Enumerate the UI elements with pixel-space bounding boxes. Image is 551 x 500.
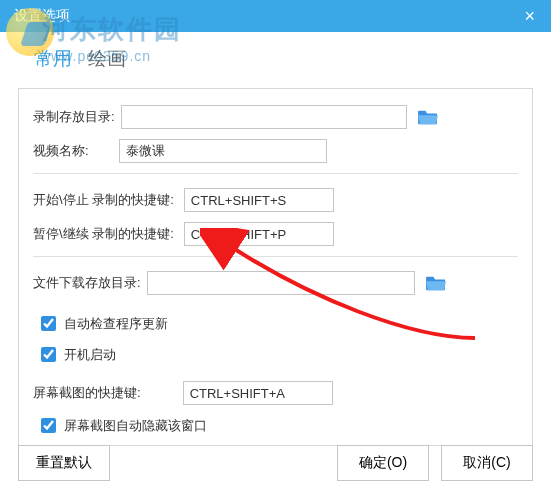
download-dir-input[interactable] [147,271,415,295]
label-hotkey-screenshot: 屏幕截图的快捷键: [33,384,141,402]
row-hotkey-pauseresume: 暂停\继续 录制的快捷键: [33,222,518,246]
row-hotkey-startstop: 开始\停止 录制的快捷键: [33,188,518,212]
row-chk-autoupdate: 自动检查程序更新 [37,313,518,334]
tab-draw[interactable]: 绘画 [88,46,126,78]
row-chk-autostart: 开机启动 [37,344,518,365]
separator [33,256,518,257]
label-video-name: 视频名称: [33,142,89,160]
chk-autostart[interactable] [41,347,56,362]
label-record-dir: 录制存放目录: [33,108,115,126]
window-title: 设置选项 [10,7,70,25]
label-chk-autoupdate: 自动检查程序更新 [64,315,168,333]
hotkey-startstop-input[interactable] [184,188,334,212]
ok-button[interactable]: 确定(O) [337,445,429,481]
cancel-button[interactable]: 取消(C) [441,445,533,481]
label-download-dir: 文件下载存放目录: [33,274,141,292]
close-icon[interactable]: × [518,3,541,29]
hotkey-screenshot-input[interactable] [183,381,333,405]
reset-button[interactable]: 重置默认 [18,445,110,481]
hotkey-pauseresume-input[interactable] [184,222,334,246]
tabs: 常用 绘画 [0,32,551,78]
row-download-dir: 文件下载存放目录: [33,271,518,295]
footer: 重置默认 确定(O) 取消(C) [0,426,551,500]
row-video-name: 视频名称: [33,139,518,163]
label-hotkey-startstop: 开始\停止 录制的快捷键: [33,191,174,209]
record-dir-input[interactable] [121,105,407,129]
settings-panel: 录制存放目录: 视频名称: 开始\停止 录制的快捷键: 暂停\继续 录制的快捷键… [18,88,533,446]
folder-icon[interactable] [417,108,439,126]
video-name-input[interactable] [119,139,327,163]
chk-autoupdate[interactable] [41,316,56,331]
tab-general[interactable]: 常用 [34,46,72,78]
row-hotkey-screenshot: 屏幕截图的快捷键: [33,381,518,405]
row-record-dir: 录制存放目录: [33,105,518,129]
label-chk-autostart: 开机启动 [64,346,116,364]
separator [33,173,518,174]
titlebar: 设置选项 × [0,0,551,32]
folder-icon[interactable] [425,274,447,292]
label-hotkey-pauseresume: 暂停\继续 录制的快捷键: [33,225,174,243]
